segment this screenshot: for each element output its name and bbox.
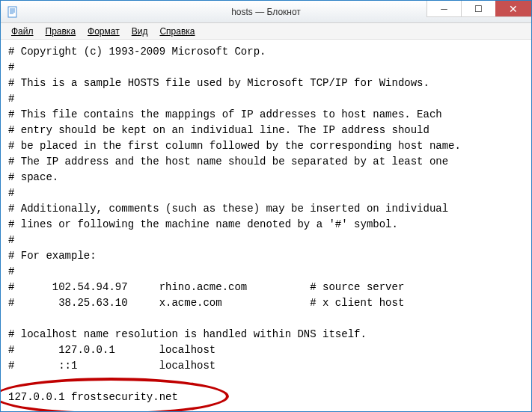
menu-view[interactable]: Вид	[126, 25, 154, 38]
text-line: # be placed in the first column followed…	[8, 140, 461, 152]
close-button[interactable]: ✕	[495, 1, 531, 17]
text-line: # space.	[8, 171, 58, 183]
text-line: # entry should be kept on an individual …	[8, 124, 429, 136]
minimize-icon: ─	[441, 4, 447, 13]
text-line: # Copyright (c) 1993-2009 Microsoft Corp…	[8, 46, 266, 58]
text-line: # 38.25.63.10 x.acme.com # x client host	[8, 297, 404, 309]
menubar: Файл Правка Формат Вид Справка	[1, 23, 531, 40]
text-line: # 102.54.94.97 rhino.acme.com # source s…	[8, 281, 404, 293]
minimize-button[interactable]: ─	[426, 1, 461, 17]
text-line: # For example:	[8, 250, 97, 262]
window-title: hosts — Блокнот	[231, 7, 301, 17]
text-line: # 127.0.0.1 localhost	[8, 344, 215, 356]
notepad-icon	[7, 6, 19, 18]
notepad-window: hosts — Блокнот ─ ☐ ✕ Файл Правка Формат…	[0, 0, 532, 412]
menu-format[interactable]: Формат	[82, 25, 126, 38]
text-line: #	[8, 61, 14, 73]
titlebar[interactable]: hosts — Блокнот ─ ☐ ✕	[1, 1, 531, 23]
menu-file[interactable]: Файл	[5, 25, 40, 38]
text-line: # This file contains the mappings of IP …	[8, 108, 442, 120]
text-line: #	[8, 93, 14, 105]
text-line: # ::1 localhost	[8, 360, 215, 372]
text-line: # The IP address and the host name shoul…	[8, 156, 448, 167]
text-line: 127.0.0.1 frostsecurity.net	[8, 391, 178, 403]
text-line: # This is a sample HOSTS file used by Mi…	[8, 77, 429, 89]
close-icon: ✕	[509, 4, 518, 14]
text-line: #	[8, 234, 14, 246]
menu-help[interactable]: Справка	[153, 25, 201, 38]
text-line: # Additionally, comments (such as these)…	[8, 203, 448, 215]
text-editor-area[interactable]: # Copyright (c) 1993-2009 Microsoft Corp…	[1, 40, 531, 411]
text-line: #	[8, 187, 14, 199]
text-line: # localhost name resolution is handled w…	[8, 328, 367, 340]
menu-edit[interactable]: Правка	[40, 25, 82, 38]
maximize-icon: ☐	[474, 4, 483, 13]
maximize-button[interactable]: ☐	[461, 1, 495, 17]
text-line: # lines or following the machine name de…	[8, 218, 398, 230]
text-line: #	[8, 265, 14, 277]
window-controls: ─ ☐ ✕	[426, 1, 531, 22]
